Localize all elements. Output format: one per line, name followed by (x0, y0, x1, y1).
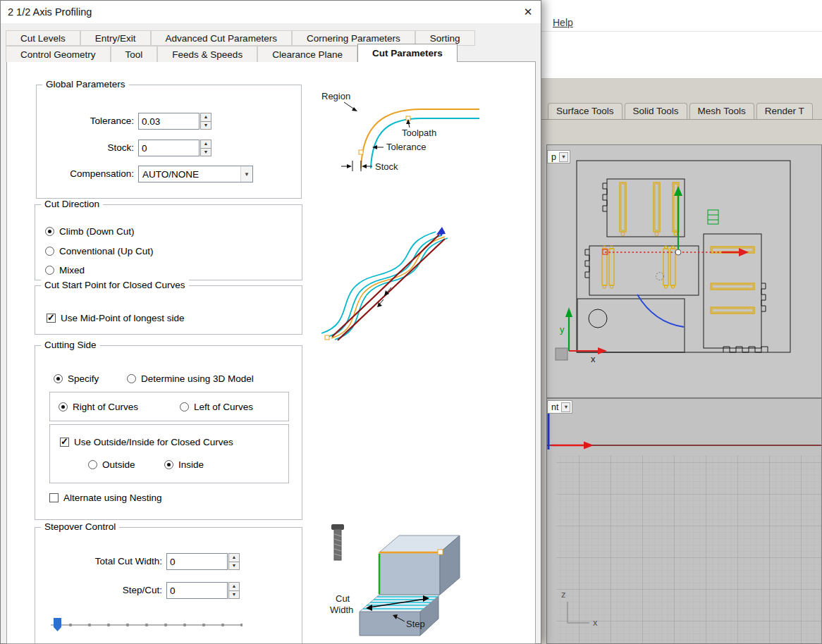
dialog-title: 2 1/2 Axis Profiling (8, 6, 92, 18)
radio-determine-3d-model[interactable]: Determine using 3D Model (127, 372, 254, 385)
radio-climb-down-cut[interactable]: Climb (Down Cut) (45, 225, 135, 237)
radio-icon (45, 247, 54, 256)
tab-advanced-cut-parameters[interactable]: Advanced Cut Parameters (151, 30, 292, 46)
checkbox-label: Use Outside/Inside for Closed Curves (74, 437, 233, 447)
tab-cut-levels[interactable]: Cut Levels (6, 30, 80, 46)
spinner-down-icon: ▼ (204, 123, 209, 128)
rhino-menubar (541, 0, 822, 79)
toolbar-tab-solid-tools[interactable]: Solid Tools (625, 103, 687, 120)
slider-ticks (68, 622, 243, 628)
spin-down-button[interactable]: ▼ (200, 149, 211, 157)
checkbox-alternate-nesting[interactable]: ✓ Alternate using Nesting (49, 491, 162, 504)
tab-cut-parameters[interactable]: Cut Parameters (357, 44, 458, 62)
radio-right-of-curves[interactable]: Right of Curves (59, 400, 138, 413)
slider-thumb[interactable] (54, 618, 61, 631)
dropdown-arrow-icon[interactable]: ▼ (240, 166, 252, 182)
step-label: Step (406, 619, 425, 629)
close-icon: ✕ (524, 6, 533, 18)
rhino-toolbar-tabs: Surface Tools Solid Tools Mesh Tools Ren… (548, 103, 813, 120)
radio-conventional-up-cut[interactable]: Conventional (Up Cut) (45, 244, 154, 257)
spin-up-button[interactable]: ▲ (228, 553, 240, 562)
checkbox-outside-inside[interactable]: ✓ Use Outside/Inside for Closed Curves (60, 435, 233, 448)
tolerance-input[interactable] (138, 113, 200, 130)
step-cut-spinner[interactable]: ▲ ▼ (228, 582, 240, 599)
radio-icon (45, 227, 54, 236)
front-viewport-title-dropdown[interactable]: nt ▼ (547, 400, 572, 414)
stock-label: Stock: (37, 140, 134, 156)
check-icon: ✓ (61, 436, 68, 447)
radio-label: Specify (68, 373, 99, 384)
viewport-front[interactable]: z x nt ▼ (546, 398, 822, 644)
axis-y-label: y (560, 324, 565, 335)
stepover-slider[interactable] (51, 618, 243, 632)
cut-parameters-page: Global Parameters Tolerance: ▲ ▼ Stock: … (6, 61, 536, 644)
menu-help[interactable]: Help (553, 17, 573, 28)
top-viewport-title-dropdown[interactable]: p ▼ (547, 150, 570, 163)
outside-inside-box: ✓ Use Outside/Inside for Closed Curves O… (49, 424, 289, 483)
viewport-dropdown-arrow-icon[interactable]: ▼ (559, 152, 568, 162)
tab-tool[interactable]: Tool (111, 46, 158, 62)
compensation-label: Compensation: (37, 166, 134, 182)
radio-outside[interactable]: Outside (88, 458, 135, 471)
radio-label: Conventional (Up Cut) (59, 246, 154, 256)
step-cut-label: Step/Cut: (35, 582, 162, 599)
radio-icon (127, 374, 136, 383)
step-cut-input[interactable] (166, 582, 228, 599)
radio-mixed[interactable]: Mixed (45, 264, 85, 276)
compensation-select[interactable]: AUTO/NONE ▼ (138, 166, 253, 182)
stock-diagram-label: Stock (375, 161, 398, 172)
spin-down-button[interactable]: ▼ (228, 591, 240, 600)
group-title: Cut Start Point for Closed Curves (41, 280, 189, 290)
radio-label: Determine using 3D Model (141, 373, 254, 384)
stepover-diagram: Cut Width Step (316, 520, 467, 641)
cut-direction-diagram (318, 224, 462, 347)
group-cut-start-point: Cut Start Point for Closed Curves ✓ Use … (35, 285, 302, 335)
spin-down-button[interactable]: ▼ (200, 122, 211, 130)
group-title: Stepover Control (41, 521, 119, 532)
spin-up-button[interactable]: ▲ (228, 582, 240, 591)
top-viewport-title: p (551, 152, 556, 162)
profiling-dialog: 2 1/2 Axis Profiling ✕ Cut Levels Entry/… (0, 0, 541, 644)
screen: Help Surface Tools Solid Tools Mesh Tool… (0, 0, 822, 644)
tab-entry-exit[interactable]: Entry/Exit (80, 30, 151, 46)
tab-control-geometry[interactable]: Control Geometry (6, 46, 111, 62)
toolbar-tab-render-tools[interactable]: Render T (756, 103, 813, 120)
radio-inside[interactable]: Inside (164, 458, 204, 471)
toolbar-tab-surface-tools[interactable]: Surface Tools (548, 103, 622, 120)
tolerance-spinner[interactable]: ▲ ▼ (200, 113, 211, 130)
radio-specify[interactable]: Specify (54, 372, 99, 385)
cut-width-label-line1: Cut (336, 593, 350, 604)
radio-icon (88, 460, 97, 469)
group-stepover-control: Stepover Control Total Cut Width: ▲ ▼ St… (35, 527, 302, 644)
stock-input[interactable] (138, 140, 200, 156)
radio-icon (54, 374, 63, 383)
total-cut-width-label: Total Cut Width: (35, 553, 162, 570)
spin-down-button[interactable]: ▼ (228, 562, 240, 571)
viewport-dropdown-arrow-icon[interactable]: ▼ (561, 402, 570, 412)
total-cut-width-input[interactable] (166, 553, 228, 570)
toolbar-tab-mesh-tools[interactable]: Mesh Tools (689, 103, 754, 120)
curve-side-box: Right of Curves Left of Curves (49, 392, 289, 421)
radio-left-of-curves[interactable]: Left of Curves (180, 400, 253, 413)
check-icon: ✓ (47, 312, 55, 323)
spin-up-button[interactable]: ▲ (200, 113, 211, 122)
spinner-up-icon: ▲ (232, 583, 237, 588)
checkbox-icon: ✓ (60, 438, 69, 447)
total-cut-width-spinner[interactable]: ▲ ▼ (228, 553, 240, 570)
spin-up-button[interactable]: ▲ (200, 140, 211, 149)
tab-feeds-speeds[interactable]: Feeds & Speeds (157, 46, 257, 62)
viewport-top[interactable]: y x p ▼ (546, 144, 822, 398)
region-label: Region (321, 91, 350, 101)
radio-icon (164, 460, 173, 469)
stock-spinner[interactable]: ▲ ▼ (200, 140, 211, 156)
front-viewport-title: nt (551, 402, 558, 412)
close-button[interactable]: ✕ (517, 1, 539, 23)
checkbox-label: Use Mid-Point of longest side (61, 313, 185, 323)
tolerance-label: Tolerance: (37, 113, 134, 130)
checkbox-use-midpoint[interactable]: ✓ Use Mid-Point of longest side (47, 311, 185, 324)
tab-clearance-plane[interactable]: Clearance Plane (257, 46, 357, 62)
spinner-down-icon: ▼ (232, 563, 237, 568)
group-global-parameters: Global Parameters Tolerance: ▲ ▼ Stock: … (36, 85, 302, 199)
dialog-titlebar[interactable]: 2 1/2 Axis Profiling ✕ (1, 1, 541, 23)
group-cutting-side: Cutting Side Specify Determine using 3D … (35, 345, 302, 520)
